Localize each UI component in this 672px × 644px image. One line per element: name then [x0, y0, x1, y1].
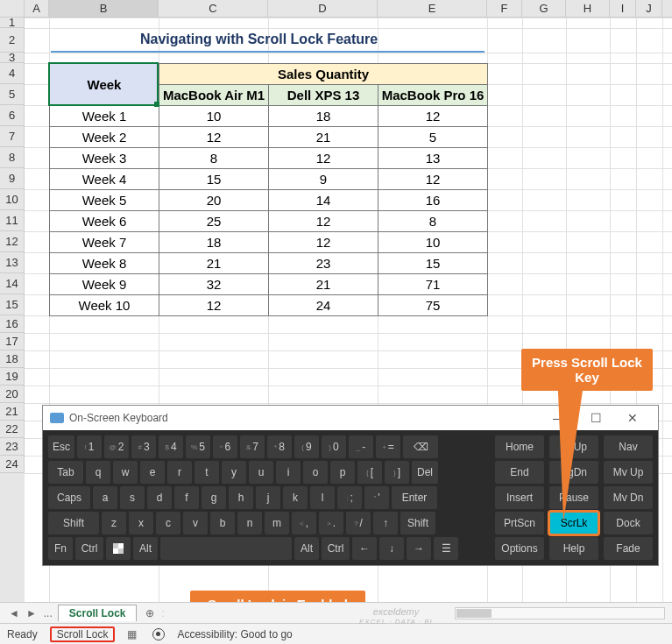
key-a[interactable]: a — [93, 486, 117, 509]
col-header-G[interactable]: G — [522, 0, 566, 17]
key-ctrl[interactable]: Ctrl — [75, 537, 103, 560]
key-f[interactable]: f — [174, 486, 199, 509]
key-shift[interactable]: Shift — [48, 512, 99, 534]
key-prtscn[interactable]: PrtScn — [495, 512, 544, 534]
key-home[interactable]: Home — [495, 435, 544, 458]
key-[interactable]: $4 — [159, 435, 183, 458]
row-header-2[interactable]: 2 — [0, 28, 25, 53]
key-[interactable]: (9 — [294, 435, 319, 458]
row-header-20[interactable]: 20 — [0, 386, 25, 403]
row-header-12[interactable]: 12 — [0, 231, 25, 252]
key-[interactable]: >. — [319, 512, 343, 534]
key-caps[interactable]: Caps — [48, 486, 90, 509]
key-[interactable]: ↑ — [373, 512, 398, 534]
key-y[interactable]: y — [222, 461, 246, 484]
row-header-7[interactable]: 7 — [0, 126, 25, 147]
key-[interactable]: ^6 — [213, 435, 237, 458]
tab-nav-prev[interactable]: ◄ — [5, 607, 23, 619]
key-[interactable]: <, — [292, 512, 316, 534]
row-header-24[interactable]: 24 — [0, 456, 25, 473]
key-fn[interactable]: Fn — [48, 537, 73, 560]
key-t[interactable]: t — [195, 461, 219, 484]
col-header-D[interactable]: D — [268, 0, 378, 17]
key-m[interactable]: m — [265, 512, 289, 534]
key-shift[interactable]: Shift — [400, 512, 435, 534]
key-v[interactable]: v — [183, 512, 208, 534]
key-[interactable]: ← — [352, 537, 377, 560]
key-[interactable]: ⌫ — [403, 435, 438, 458]
key-[interactable]: _- — [349, 435, 373, 458]
key-insert[interactable]: Insert — [495, 486, 544, 509]
tab-nav-next[interactable]: ► — [23, 607, 40, 619]
key-win[interactable] — [160, 537, 292, 560]
key-d[interactable]: d — [147, 486, 172, 509]
row-header-3[interactable]: 3 — [0, 53, 25, 63]
key-q[interactable]: q — [86, 461, 110, 484]
col-header-C[interactable]: C — [159, 0, 268, 17]
key-[interactable]: #3 — [131, 435, 156, 458]
key-[interactable]: &7 — [240, 435, 265, 458]
key-[interactable]: ?/ — [346, 512, 371, 534]
key-[interactable]: %5 — [186, 435, 210, 458]
row-header-9[interactable]: 9 — [0, 168, 25, 189]
row-header-6[interactable]: 6 — [0, 105, 25, 126]
col-header-I[interactable]: I — [610, 0, 636, 17]
key-h[interactable]: h — [229, 486, 253, 509]
col-header-H[interactable]: H — [566, 0, 610, 17]
row-header-21[interactable]: 21 — [0, 403, 25, 421]
row-header-17[interactable]: 17 — [0, 333, 25, 350]
key-alt[interactable]: Alt — [133, 537, 158, 560]
row-header-18[interactable]: 18 — [0, 350, 25, 368]
key-z[interactable]: z — [102, 512, 126, 534]
row-header-11[interactable]: 11 — [0, 210, 25, 231]
key-n[interactable]: n — [237, 512, 262, 534]
key-del[interactable]: Del — [412, 461, 438, 484]
sheet-tab-scroll-lock[interactable]: Scroll Lock — [58, 605, 138, 621]
key-r[interactable]: r — [167, 461, 192, 484]
key-ctrl[interactable]: Ctrl — [322, 537, 350, 560]
col-header-J[interactable]: J — [636, 0, 662, 17]
key-enter[interactable]: Enter — [392, 486, 437, 509]
key-end[interactable]: End — [495, 461, 544, 484]
row-header-1[interactable]: 1 — [0, 18, 25, 28]
key-win[interactable] — [106, 537, 131, 560]
key-[interactable]: }] — [385, 461, 409, 484]
row-header-5[interactable]: 5 — [0, 84, 25, 105]
key-mvdn[interactable]: Mv Dn — [604, 486, 653, 509]
key-help[interactable]: Help — [549, 537, 598, 560]
row-header-15[interactable]: 15 — [0, 294, 25, 315]
select-all-corner[interactable] — [0, 0, 25, 17]
col-header-F[interactable]: F — [487, 0, 522, 17]
row-header-19[interactable]: 19 — [0, 368, 25, 386]
key-[interactable]: @2 — [104, 435, 129, 458]
key-l[interactable]: l — [310, 486, 335, 509]
row-header-8[interactable]: 8 — [0, 147, 25, 168]
key-options[interactable]: Options — [495, 537, 544, 560]
key-i[interactable]: i — [276, 461, 301, 484]
key-dock[interactable]: Dock — [604, 512, 653, 534]
key-w[interactable]: w — [113, 461, 138, 484]
key-p[interactable]: p — [330, 461, 355, 484]
key-[interactable]: :; — [337, 486, 362, 509]
key-k[interactable]: k — [283, 486, 308, 509]
key-[interactable]: )0 — [322, 435, 346, 458]
key-b[interactable]: b — [210, 512, 235, 534]
key-tab[interactable]: Tab — [48, 461, 83, 484]
row-header-16[interactable]: 16 — [0, 315, 25, 333]
key-u[interactable]: u — [249, 461, 273, 484]
key-g[interactable]: g — [202, 486, 226, 509]
maximize-button[interactable]: ☐ — [577, 411, 614, 425]
row-header-13[interactable]: 13 — [0, 252, 25, 273]
tab-nav-dots[interactable]: ... — [40, 607, 56, 619]
key-esc[interactable]: Esc — [48, 435, 74, 458]
col-header-E[interactable]: E — [378, 0, 487, 17]
row-header-14[interactable]: 14 — [0, 273, 25, 294]
key-[interactable]: ↓ — [379, 537, 404, 560]
key-[interactable]: !1 — [77, 435, 102, 458]
key-x[interactable]: x — [129, 512, 153, 534]
col-header-A[interactable]: A — [25, 0, 49, 17]
key-[interactable]: "' — [364, 486, 389, 509]
row-header-22[interactable]: 22 — [0, 421, 25, 438]
key-nav[interactable]: Nav — [604, 435, 653, 458]
key-[interactable]: ☰ — [434, 537, 458, 560]
